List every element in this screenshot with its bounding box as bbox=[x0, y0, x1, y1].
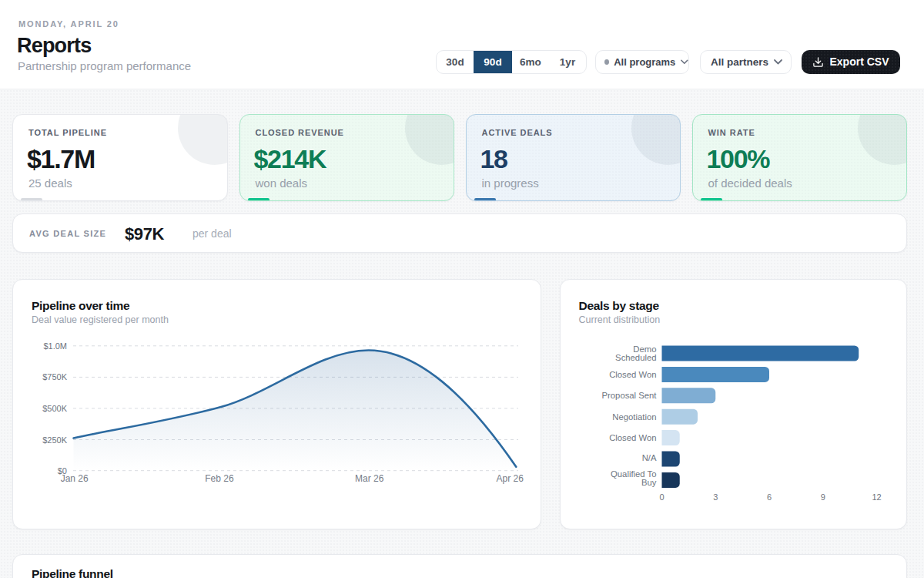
svg-text:Buy: Buy bbox=[641, 478, 657, 487]
svg-text:Negotiation: Negotiation bbox=[612, 412, 656, 422]
svg-text:$500K: $500K bbox=[42, 404, 67, 413]
svg-text:$1.0M: $1.0M bbox=[43, 341, 67, 351]
svg-text:12: 12 bbox=[872, 492, 881, 502]
svg-text:3: 3 bbox=[713, 492, 718, 502]
svg-text:Feb 26: Feb 26 bbox=[205, 473, 234, 484]
svg-text:$250K: $250K bbox=[42, 435, 67, 445]
svg-text:6: 6 bbox=[766, 492, 771, 502]
svg-text:0: 0 bbox=[659, 492, 664, 502]
svg-text:Mar 26: Mar 26 bbox=[355, 473, 384, 484]
svg-text:Jan 26: Jan 26 bbox=[61, 473, 89, 484]
svg-text:N/A: N/A bbox=[641, 453, 656, 462]
svg-text:9: 9 bbox=[820, 492, 825, 502]
svg-text:$750K: $750K bbox=[42, 372, 67, 381]
svg-text:Apr 26: Apr 26 bbox=[497, 473, 524, 484]
svg-text:Proposal Sent: Proposal Sent bbox=[601, 391, 657, 400]
svg-text:Closed Won: Closed Won bbox=[609, 370, 656, 379]
svg-text:Closed Won: Closed Won bbox=[609, 433, 656, 442]
svg-text:Scheduled: Scheduled bbox=[615, 353, 656, 362]
